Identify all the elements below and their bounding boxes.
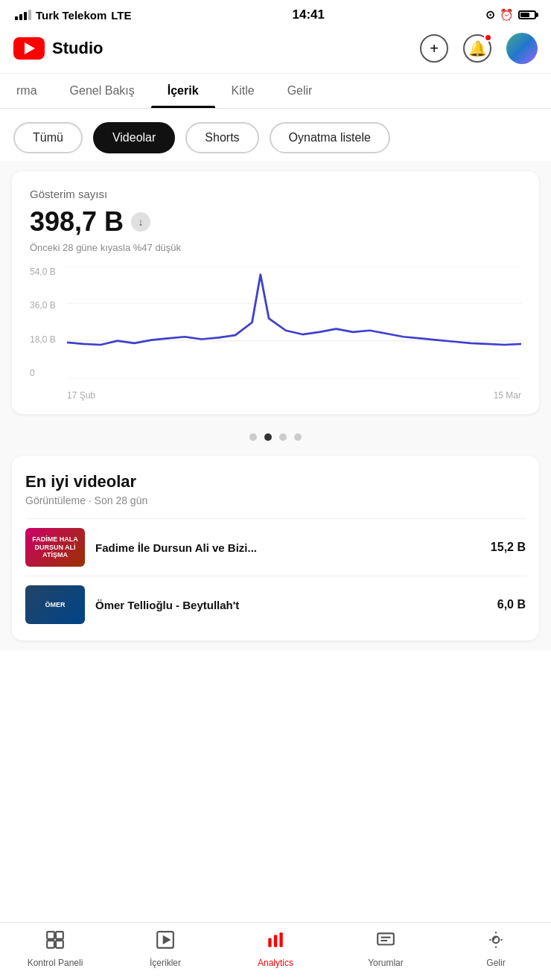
carousel-dots bbox=[12, 424, 539, 445]
status-time: 14:41 bbox=[293, 7, 325, 22]
logo-area: Studio bbox=[13, 37, 103, 60]
filter-tumu[interactable]: Tümü bbox=[13, 122, 83, 153]
section-subtitle: Görüntüleme · Son 28 gün bbox=[25, 494, 526, 506]
filter-row: Tümü Videolar Shorts Oynatma listele bbox=[0, 109, 551, 161]
video-title-2: Ömer Tellioğlu - Beytullah't bbox=[95, 599, 334, 611]
nav-tabs: rma Genel Bakış İçerik Kitle Gelir bbox=[0, 74, 551, 109]
header-actions: + 🔔 bbox=[420, 33, 538, 64]
nav-gelir[interactable]: Gelir bbox=[441, 930, 551, 968]
location-icon: ⊙ bbox=[485, 8, 495, 22]
add-icon: + bbox=[430, 40, 439, 57]
alarm-icon: ⏰ bbox=[500, 8, 514, 22]
chart-svg bbox=[67, 267, 521, 378]
icerikler-label: İçerikler bbox=[150, 958, 181, 968]
icerikler-icon bbox=[156, 930, 175, 954]
nav-analytics[interactable]: Analytics bbox=[220, 930, 331, 968]
main-content: Gösterim sayısı 398,7 B ↓ Önceki 28 güne… bbox=[0, 161, 551, 651]
status-left: Turk Telekom LTE bbox=[15, 9, 132, 22]
svg-rect-13 bbox=[378, 933, 394, 944]
filter-shorts[interactable]: Shorts bbox=[185, 122, 258, 153]
network-type: LTE bbox=[111, 9, 131, 22]
down-arrow-icon: ↓ bbox=[131, 212, 150, 232]
user-avatar[interactable] bbox=[506, 33, 538, 64]
chart-y-labels: 54,0 B 36,0 B 18,0 B 0 bbox=[30, 267, 56, 378]
bottom-nav: Kontrol Paneli İçerikler Analytics bbox=[0, 922, 551, 980]
gelir-icon bbox=[486, 930, 506, 954]
filter-videolar[interactable]: Videolar bbox=[93, 122, 175, 153]
status-bar: Turk Telekom LTE 14:41 ⊙ ⏰ bbox=[0, 0, 551, 27]
studio-text: Studio bbox=[52, 39, 103, 58]
video-thumb-1: FADİME HALA DURSUN ALİ ATİŞMA bbox=[25, 528, 85, 567]
chart-area: 54,0 B 36,0 B 18,0 B 0 17 Şub 15 Mar bbox=[30, 267, 521, 401]
x-label-start: 17 Şub bbox=[67, 390, 95, 401]
x-label-end: 15 Mar bbox=[494, 390, 521, 401]
svg-rect-10 bbox=[268, 938, 271, 947]
gelir-label: Gelir bbox=[486, 958, 505, 968]
svg-marker-9 bbox=[164, 937, 170, 944]
battery-icon bbox=[518, 10, 536, 19]
add-button[interactable]: + bbox=[420, 34, 448, 63]
y-label-1: 54,0 B bbox=[30, 267, 56, 277]
signal-bars bbox=[15, 10, 31, 20]
svg-rect-6 bbox=[47, 941, 54, 948]
analytics-label: Analytics bbox=[258, 958, 293, 968]
bell-icon: 🔔 bbox=[468, 39, 487, 57]
video-thumb-2: ÖMER bbox=[25, 585, 85, 624]
svg-rect-4 bbox=[47, 932, 54, 939]
filter-oynatma[interactable]: Oynatma listele bbox=[270, 122, 390, 153]
nav-kontrol[interactable]: Kontrol Paneli bbox=[0, 930, 110, 968]
stat-value: 398,7 B bbox=[30, 206, 124, 238]
carrier-text: Turk Telekom bbox=[36, 9, 106, 22]
video-row-1[interactable]: FADİME HALA DURSUN ALİ ATİŞMA Fadime İle… bbox=[25, 518, 526, 576]
tab-kitle[interactable]: Kitle bbox=[215, 74, 271, 108]
dot-3[interactable] bbox=[279, 433, 287, 441]
stats-card: Gösterim sayısı 398,7 B ↓ Önceki 28 güne… bbox=[12, 171, 539, 414]
stat-value-row: 398,7 B ↓ bbox=[30, 206, 521, 238]
dot-4[interactable] bbox=[294, 433, 302, 441]
yorumlar-icon bbox=[376, 930, 395, 954]
notification-dot bbox=[484, 34, 492, 42]
yorumlar-label: Yorumlar bbox=[368, 958, 404, 968]
dot-2[interactable] bbox=[264, 433, 272, 441]
thumb-omer-img: ÖMER bbox=[25, 585, 85, 624]
tab-gelir[interactable]: Gelir bbox=[271, 74, 329, 108]
analytics-icon bbox=[266, 930, 285, 954]
svg-rect-5 bbox=[56, 932, 63, 939]
nav-icerikler[interactable]: İçerikler bbox=[110, 930, 220, 968]
best-videos-section: En iyi videolar Görüntüleme · Son 28 gün… bbox=[12, 456, 539, 640]
tab-icerik[interactable]: İçerik bbox=[151, 74, 215, 108]
tab-rma[interactable]: rma bbox=[0, 74, 54, 108]
video-views-1: 15,2 B bbox=[491, 541, 526, 554]
play-triangle bbox=[25, 42, 35, 54]
stat-subtitle: Önceki 28 güne kıyasla %47 düşük bbox=[30, 242, 521, 253]
section-title: En iyi videolar bbox=[25, 472, 526, 491]
video-info-1: Fadime İle Dursun Ali ve Bizi... bbox=[95, 541, 480, 554]
y-label-2: 36,0 B bbox=[30, 300, 56, 311]
nav-yorumlar[interactable]: Yorumlar bbox=[331, 930, 441, 968]
svg-rect-7 bbox=[56, 941, 63, 948]
kontrol-label: Kontrol Paneli bbox=[28, 958, 83, 968]
y-label-3: 18,0 B bbox=[30, 334, 56, 345]
video-row-2[interactable]: ÖMER Ömer Tellioğlu - Beytullah't 6,0 B bbox=[25, 576, 526, 633]
video-views-2: 6,0 B bbox=[497, 598, 526, 611]
stat-label: Gösterim sayısı bbox=[30, 188, 521, 200]
y-label-4: 0 bbox=[30, 368, 56, 378]
chart-x-labels: 17 Şub 15 Mar bbox=[67, 390, 521, 401]
kontrol-icon bbox=[45, 930, 65, 954]
dot-1[interactable] bbox=[249, 433, 257, 441]
video-info-2: Ömer Tellioğlu - Beytullah't bbox=[95, 599, 487, 611]
status-right: ⊙ ⏰ bbox=[485, 8, 536, 22]
tab-genel[interactable]: Genel Bakış bbox=[54, 74, 151, 108]
svg-rect-11 bbox=[274, 935, 277, 947]
video-title-1: Fadime İle Dursun Ali ve Bizi... bbox=[95, 541, 334, 554]
youtube-logo-icon bbox=[13, 37, 45, 60]
thumb-fadime-img: FADİME HALA DURSUN ALİ ATİŞMA bbox=[25, 528, 85, 567]
notification-button[interactable]: 🔔 bbox=[463, 34, 491, 63]
svg-rect-12 bbox=[279, 932, 282, 947]
app-header: Studio + 🔔 bbox=[0, 27, 551, 74]
